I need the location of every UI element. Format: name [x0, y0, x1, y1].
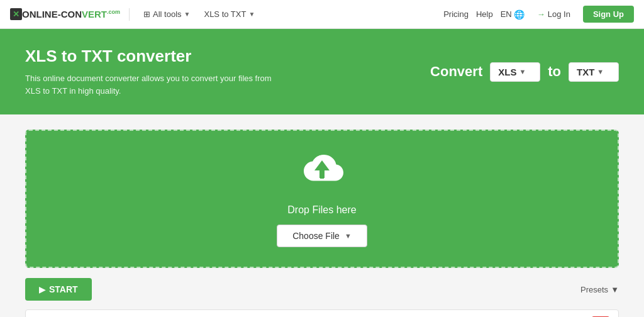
cloud-upload-icon: [299, 150, 345, 196]
login-icon: →: [537, 9, 545, 19]
all-tools-btn[interactable]: ⊞ All tools ▼: [138, 7, 195, 21]
to-format-chevron: ▼: [597, 68, 604, 75]
all-tools-label: All tools: [153, 9, 182, 19]
presets-btn[interactable]: Presets ▼: [580, 285, 619, 294]
choose-file-label: Choose File: [292, 231, 340, 241]
start-label: START: [49, 284, 78, 294]
login-label: Log In: [548, 9, 570, 19]
help-link[interactable]: Help: [476, 9, 493, 19]
nav-divider: [129, 8, 130, 21]
navbar-left: ✕ ONLINE-CONVERT.com ⊞ All tools ▼ XLS t…: [10, 7, 260, 21]
hero-right: Convert XLS ▼ to TXT ▼: [430, 62, 619, 82]
start-arrow-icon: ▶: [39, 285, 45, 294]
to-format-label: TXT: [577, 67, 594, 77]
hero-title: XLS to TXT converter: [25, 47, 277, 66]
convert-label: Convert: [430, 64, 482, 80]
logo-icon: ✕: [10, 8, 22, 20]
converter-label: XLS to TXT: [204, 9, 246, 19]
action-row: ▶ START Presets ▼: [25, 278, 619, 301]
hero-subtitle: This online document converter allows yo…: [25, 72, 277, 97]
choose-file-chevron: ▼: [345, 232, 352, 240]
all-tools-chevron: ▼: [184, 11, 191, 18]
navbar: ✕ ONLINE-CONVERT.com ⊞ All tools ▼ XLS t…: [0, 0, 644, 29]
choose-file-btn[interactable]: Choose File ▼: [277, 225, 367, 247]
from-format-label: XLS: [498, 67, 516, 77]
to-format-dropdown[interactable]: TXT ▼: [569, 62, 619, 82]
logo-text: ONLINE-CONVERT.com: [22, 9, 120, 19]
upload-area[interactable]: Drop Files here Choose File ▼: [25, 130, 619, 268]
grid-icon: ⊞: [143, 9, 150, 19]
pricing-link[interactable]: Pricing: [443, 9, 469, 19]
from-format-chevron: ▼: [519, 68, 526, 75]
hero-left: XLS to TXT converter This online documen…: [25, 47, 277, 97]
converter-mode-btn[interactable]: XLS to TXT ▼: [199, 7, 260, 21]
file-row: student information.xlsx 10.22 KB ⬇ ✕: [25, 309, 619, 317]
lang-label: EN: [501, 9, 512, 19]
to-label: to: [548, 64, 561, 80]
hero-banner: XLS to TXT converter This online documen…: [0, 29, 644, 114]
from-format-dropdown[interactable]: XLS ▼: [490, 62, 540, 82]
converter-chevron: ▼: [248, 11, 255, 18]
presets-chevron: ▼: [611, 285, 619, 294]
navbar-right: Pricing Help EN 🌐 → Log In Sign Up: [443, 6, 634, 23]
login-btn[interactable]: → Log In: [532, 7, 575, 21]
globe-icon: 🌐: [514, 9, 525, 19]
lang-btn[interactable]: EN 🌐: [501, 9, 525, 19]
svg-rect-3: [320, 169, 324, 178]
logo: ✕ ONLINE-CONVERT.com: [10, 8, 120, 20]
presets-label: Presets: [580, 285, 608, 294]
signup-btn[interactable]: Sign Up: [583, 6, 634, 23]
main-content: Drop Files here Choose File ▼ ▶ START Pr…: [0, 114, 644, 317]
start-btn[interactable]: ▶ START: [25, 278, 92, 301]
drop-text: Drop Files here: [287, 204, 356, 216]
